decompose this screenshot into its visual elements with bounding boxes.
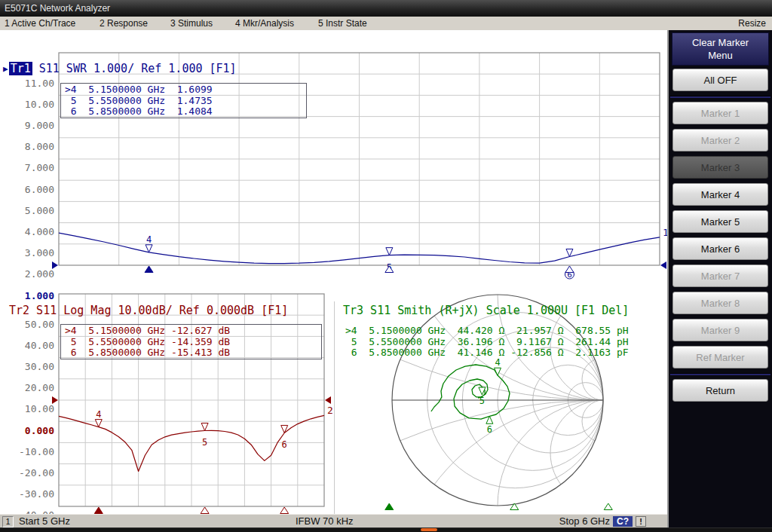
marker-5-flag: 5: [201, 423, 208, 448]
window-title: E5071C Network Analyzer: [5, 3, 110, 14]
svg-text:2: 2: [327, 405, 333, 416]
marker-readout-row: 6 5.8500000 GHz 41.146 Ω -12.856 Ω 2.116…: [345, 347, 629, 359]
marker-6-flag: 6: [486, 416, 493, 435]
y-tick: 6.000: [25, 184, 54, 195]
marker-6-flag: 6: [565, 249, 574, 280]
button-marker-9: Marker 9: [672, 319, 768, 341]
trace3-title: Tr3 S11 Smith (R+jX) Scale 1.000U [F1 De…: [343, 304, 629, 317]
marker-readout-row: 5 5.5500000 GHz -14.359 dB: [65, 337, 230, 348]
button-marker-2: Marker 2: [672, 129, 768, 151]
y-tick: 5.000: [25, 205, 54, 216]
bottom-strip: [0, 527, 772, 532]
svg-text:5: 5: [202, 437, 207, 448]
button-marker-6[interactable]: Marker 6: [672, 237, 768, 260]
menu-item-2-response[interactable]: 2 Response: [100, 17, 148, 30]
y-tick: 7.000: [25, 162, 54, 173]
status-bar: 1 Start 5 GHz IFBW 70 kHz Stop 6 GHz C? …: [0, 514, 667, 528]
button-marker-3[interactable]: Marker 3: [672, 156, 768, 179]
instrument-window: E5071C Network Analyzer 1 Active Ch/Trac…: [0, 0, 772, 532]
button-marker-5[interactable]: Marker 5: [672, 210, 768, 233]
ifbw-value: IFBW 70 kHz: [296, 515, 354, 528]
stop-frequency: Stop 6 GHz: [559, 515, 610, 528]
alert-indicator: !: [636, 516, 646, 527]
trace2-title: Tr2 S11 Log Mag 10.00dB/ Ref 0.000dB [F1…: [9, 304, 288, 317]
y-tick: -10.00: [19, 446, 54, 457]
svg-text:5: 5: [479, 396, 485, 406]
svg-text:4: 4: [96, 409, 101, 420]
trace2-marker-readout: >4 5.1500000 GHz -12.627 dB 5 5.5500000 …: [65, 326, 230, 359]
svg-text:6: 6: [282, 439, 287, 450]
button-marker-8: Marker 8: [672, 292, 768, 314]
y-tick: 40.00: [25, 340, 54, 351]
y-tick: 4.000: [25, 226, 54, 237]
y-tick: 10.00: [25, 403, 54, 414]
marker-readout-row: >4 5.1500000 GHz 44.420 Ω 21.957 Ω 678.5…: [345, 326, 629, 337]
y-tick: 30.00: [25, 361, 54, 372]
menu-item-5-instr-state[interactable]: 5 Instr State: [318, 17, 367, 30]
softkey-menu-header: Clear Marker Menu: [672, 32, 769, 66]
y-tick: 0.000: [25, 425, 54, 436]
softkey-header-line2: Menu: [708, 49, 733, 62]
channel-indicator: 1: [2, 516, 14, 527]
trace1-marker-readout: >4 5.1500000 GHz 1.6099 5 5.5500000 GHz …: [65, 84, 213, 118]
softkey-header-line1: Clear Marker: [692, 36, 749, 49]
title-bar: E5071C Network Analyzer: [0, 0, 772, 17]
button-marker-1: Marker 1: [672, 102, 768, 124]
y-tick: 20.00: [25, 382, 54, 393]
correction-status-badge: C?: [613, 516, 633, 527]
button-marker-4[interactable]: Marker 4: [672, 183, 768, 206]
menu-bar: 1 Active Ch/Trace2 Response3 Stimulus4 M…: [0, 17, 772, 31]
y-tick: 10.00: [25, 99, 54, 110]
marker-readout-row: >4 5.1500000 GHz 1.6099: [65, 84, 213, 96]
marker-5-flag: 5: [479, 387, 486, 406]
trace1-title: ▶Tr1 S11 SWR 1.000/ Ref 1.000 [F1]: [3, 62, 237, 75]
marker-4-flag: 4: [95, 409, 102, 427]
svg-text:6: 6: [487, 424, 492, 435]
y-tick: 1.000: [25, 290, 54, 301]
menu-item-1-active-ch-trace[interactable]: 1 Active Ch/Trace: [5, 17, 75, 30]
taskbar-accent: [421, 528, 437, 531]
trace1-label-badge: Tr1: [9, 62, 32, 75]
y-tick: -30.00: [19, 488, 54, 500]
active-trace-arrow-icon: ▶: [3, 64, 8, 74]
cell-divider: [334, 301, 335, 532]
marker-readout-row: 5 5.5500000 GHz 36.196 Ω 9.1167 Ω 261.44…: [345, 337, 629, 348]
resize-button[interactable]: Resize: [738, 17, 766, 30]
softkey-menu: Clear Marker Menu All OFFMarker 1Marker …: [667, 30, 772, 527]
menu-item-4-mkr-analysis[interactable]: 4 Mkr/Analysis: [235, 17, 294, 30]
svg-text:4: 4: [146, 234, 152, 245]
button-return[interactable]: Return: [672, 379, 768, 402]
y-tick: 2.000: [25, 268, 54, 280]
y-tick: 8.000: [25, 141, 54, 152]
button-marker-7: Marker 7: [672, 264, 768, 287]
marker-4-flag: 4: [146, 234, 152, 252]
chart-area: 45614562456 ▶Tr1 S11 SWR 1.000/ Ref 1.00…: [0, 30, 667, 514]
button-ref-marker: Ref Marker: [672, 346, 768, 368]
trace1-params: S11 SWR 1.000/ Ref 1.000 [F1]: [32, 62, 237, 75]
softkey-separator: [670, 373, 770, 375]
y-tick: 11.00: [25, 78, 54, 89]
marker-readout-row: 6 5.8500000 GHz -15.413 dB: [65, 347, 230, 359]
y-tick: 50.00: [25, 319, 54, 330]
softkey-separator: [670, 96, 770, 98]
y-tick: -20.00: [19, 467, 54, 478]
marker-readout-row: 6 5.8500000 GHz 1.4084: [65, 106, 213, 118]
marker-readout-row: 5 5.5500000 GHz 1.4735: [65, 96, 213, 107]
start-frequency: Start 5 GHz: [19, 515, 70, 528]
marker-6-flag: 6: [281, 425, 288, 450]
marker-4-flag: 4: [495, 357, 501, 375]
menu-item-3-stimulus[interactable]: 3 Stimulus: [170, 17, 213, 30]
marker-readout-row: >4 5.1500000 GHz -12.627 dB: [65, 326, 230, 337]
button-all-off[interactable]: All OFF: [672, 69, 768, 91]
svg-text:4: 4: [495, 357, 500, 368]
trace3-marker-readout: >4 5.1500000 GHz 44.420 Ω 21.957 Ω 678.5…: [345, 326, 629, 359]
y-tick: 9.000: [25, 120, 54, 131]
y-tick: 3.000: [25, 247, 54, 258]
